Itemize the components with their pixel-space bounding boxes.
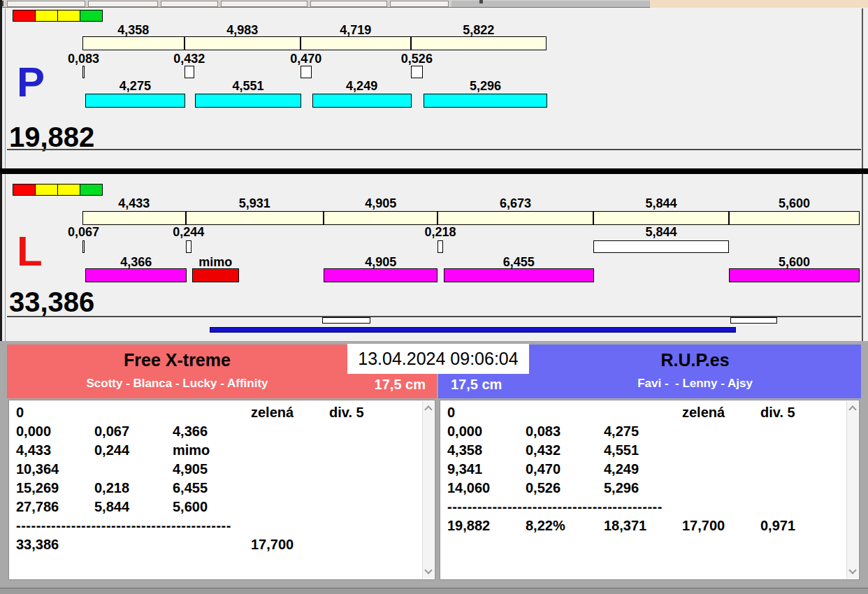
scroll-down-icon[interactable] — [424, 566, 432, 574]
right-distance-label: 17,5 cm — [451, 377, 502, 393]
table-row: 33,38617,700 — [16, 535, 421, 554]
transition-marker — [411, 66, 424, 78]
scroll-down-icon[interactable] — [848, 566, 856, 574]
l-letter: L — [17, 231, 43, 273]
section-time-label: 4,358 — [92, 23, 175, 38]
transition-label: 0,083 — [42, 52, 126, 66]
table-row: 15,2690,2186,455 — [16, 479, 421, 498]
external-toolbar-strip — [0, 0, 868, 8]
section-time-label: 4,983 — [201, 23, 284, 38]
scroll-up-icon[interactable] — [424, 405, 432, 413]
table-cell: 0 — [16, 405, 94, 421]
run-time-bar — [85, 94, 185, 108]
right-results-scrollbar[interactable] — [846, 401, 858, 579]
p-total: 19,882 — [9, 123, 94, 151]
table-cell: div. 5 — [760, 405, 795, 421]
transition-label: 0,470 — [264, 52, 348, 66]
run-time-label: mimo — [173, 255, 257, 270]
table-cell: zelená — [682, 405, 760, 421]
table-row: 10,3644,905 — [16, 460, 421, 479]
table-cell: div. 5 — [329, 405, 364, 421]
panel-p: 4,3584,9834,7195,8220,0830,4320,4700,526… — [0, 8, 868, 166]
table-cell: 0,526 — [526, 480, 604, 496]
table-row: ----------------------------------------… — [447, 498, 845, 516]
run-time-label: 5,600 — [753, 255, 837, 270]
transition-marker — [185, 66, 194, 78]
run-time-bar — [729, 268, 859, 282]
table-cell: 9,341 — [447, 461, 526, 477]
transition-label: 0,218 — [398, 225, 482, 240]
run-time-bar — [312, 94, 412, 108]
transition-marker — [437, 240, 442, 253]
transition-label: 0,067 — [42, 225, 126, 240]
right-results-table: 0zelenádiv. 50,0000,0834,2754,3580,4324,… — [440, 400, 845, 579]
table-cell: 0 — [447, 405, 526, 421]
left-results-panel: 0zelenádiv. 50,0000,0674,3664,4330,244mi… — [8, 400, 435, 580]
transition-marker — [82, 240, 85, 253]
table-cell: 19,882 — [447, 518, 526, 534]
table-divider-line: ----------------------------------------… — [447, 499, 663, 515]
scroll-up-icon[interactable] — [848, 405, 856, 413]
status-light — [57, 10, 80, 22]
right-team-members: Favi - - Lenny - Ajsy — [529, 377, 861, 391]
section-time-label: 4,905 — [339, 196, 423, 211]
toolbar-fragment — [161, 1, 218, 7]
window-bottom-edge — [0, 588, 868, 594]
table-cell: 4,275 — [604, 423, 682, 440]
table-cell: 0,000 — [447, 423, 526, 440]
section-time-bar — [82, 36, 547, 50]
toolbar-fragment — [7, 1, 85, 7]
results-section: Free X-treme Scotty - Blanca - Lucky - A… — [0, 341, 868, 588]
table-cell: 8,22% — [526, 518, 604, 534]
table-row: 0,0000,0674,366 — [16, 422, 421, 441]
right-results-panel: 0zelenádiv. 50,0000,0834,2754,3580,4324,… — [440, 400, 860, 580]
segment-divider — [323, 211, 324, 225]
section-time-label: 5,822 — [437, 23, 521, 38]
table-row: 0,0000,0834,275 — [447, 422, 845, 441]
segment-divider — [185, 211, 187, 225]
segment-divider — [300, 36, 301, 50]
table-cell: 5,844 — [94, 499, 173, 515]
table-cell: 4,358 — [447, 442, 526, 458]
run-time-label: 4,249 — [320, 79, 404, 94]
table-cell: 5,600 — [173, 499, 251, 515]
table-cell: 0,218 — [94, 480, 173, 496]
left-results-table: 0zelenádiv. 50,0000,0674,3664,4330,244mi… — [9, 400, 421, 579]
table-cell: 18,371 — [604, 518, 682, 534]
table-cell: 4,905 — [173, 461, 251, 477]
status-light — [80, 10, 103, 22]
table-row: 4,4330,244mimo — [16, 441, 421, 460]
left-results-scrollbar[interactable] — [422, 401, 434, 579]
table-cell: 4,249 — [604, 461, 682, 477]
table-row: 4,3580,4324,551 — [447, 441, 845, 460]
table-cell: 0,083 — [526, 423, 604, 440]
timeline-marker — [322, 317, 370, 324]
transition-label: 0,244 — [147, 225, 231, 240]
datetime-display: 13.04.2024 09:06:04 — [347, 344, 529, 374]
right-team-title: R.U.P.es — [529, 350, 861, 370]
table-cell: 10,364 — [16, 461, 94, 477]
status-light — [35, 10, 58, 22]
panel-p-baseline — [7, 149, 861, 150]
transition-marker — [301, 66, 312, 78]
section-time-label: 5,931 — [212, 196, 296, 211]
toolbar-fragment — [88, 1, 158, 7]
transition-marker — [186, 240, 191, 253]
external-window-area — [650, 0, 868, 8]
status-light — [57, 184, 80, 196]
table-row: 0zelenádiv. 5 — [447, 403, 845, 422]
run-time-bar — [444, 268, 594, 282]
table-cell: 6,455 — [173, 480, 251, 496]
panel-l: 4,4335,9314,9056,6735,8445,6000,0670,244… — [0, 176, 868, 316]
table-cell: 27,786 — [16, 499, 94, 515]
table-cell: 33,386 — [16, 537, 94, 553]
transition-label: 5,844 — [619, 225, 703, 240]
p-letter: P — [17, 61, 45, 103]
table-cell: mimo — [173, 442, 251, 458]
timeline-progress-bar — [210, 327, 736, 333]
table-cell: 5,296 — [604, 480, 682, 496]
segment-divider — [593, 211, 594, 225]
toolbar-fragment — [221, 1, 308, 7]
status-light — [35, 184, 58, 196]
table-cell: zelená — [251, 405, 329, 421]
